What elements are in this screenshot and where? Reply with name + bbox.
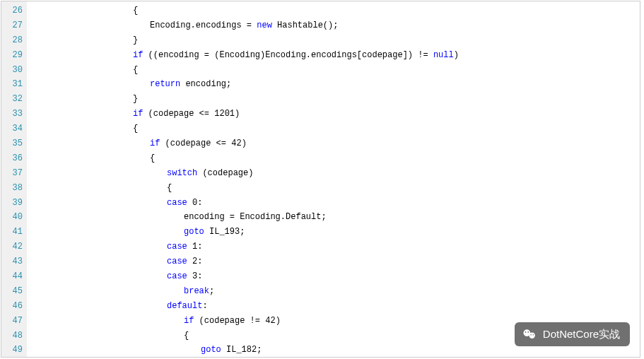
line-number-gutter: 2627282930313233343536373839404142434445…: [1, 1, 27, 357]
code-line: Encoding.encodings = new Hashtable();: [31, 18, 640, 33]
code-line: {: [31, 151, 640, 166]
code-line: if ((encoding = (Encoding)Encoding.encod…: [31, 48, 640, 63]
code-line: if (codepage <= 1201): [31, 107, 640, 122]
code-content: {Encoding.encodings = new Hashtable();}i…: [27, 1, 640, 357]
code-line: if (codepage <= 42): [31, 136, 640, 151]
line-number: 34: [8, 122, 23, 136]
code-line: case 1:: [31, 240, 640, 254]
code-line: }: [31, 33, 640, 48]
line-number: 29: [8, 48, 23, 63]
line-number: 33: [8, 107, 23, 122]
code-line: goto IL_193;: [31, 225, 640, 240]
code-line: default:: [31, 299, 640, 314]
code-line: {: [31, 63, 640, 78]
line-number: 35: [8, 136, 23, 151]
code-line: {: [31, 122, 640, 136]
code-line: if (codepage != 42): [31, 314, 640, 329]
line-number: 48: [8, 329, 23, 343]
code-line: }: [31, 92, 640, 107]
line-number: 47: [8, 314, 23, 329]
line-number: 27: [8, 18, 23, 33]
line-number: 28: [8, 33, 23, 48]
line-number: 44: [8, 269, 23, 284]
line-number: 36: [8, 151, 23, 166]
code-line: {: [31, 329, 640, 343]
code-line: return encoding;: [31, 77, 640, 92]
code-line: case 0:: [31, 196, 640, 211]
line-number: 46: [8, 299, 23, 314]
line-number: 40: [8, 210, 23, 225]
line-number: 42: [8, 240, 23, 254]
code-line: break;: [31, 284, 640, 299]
code-line: case 3:: [31, 269, 640, 284]
line-number: 43: [8, 254, 23, 269]
line-number: 41: [8, 225, 23, 240]
line-number: 26: [8, 4, 23, 18]
line-number: 32: [8, 92, 23, 107]
line-number: 45: [8, 284, 23, 299]
line-number: 30: [8, 63, 23, 78]
code-line: encoding = Encoding.Default;: [31, 210, 640, 225]
code-line: switch (codepage): [31, 166, 640, 181]
line-number: 39: [8, 196, 23, 211]
line-number: 49: [8, 343, 23, 358]
line-number: 31: [8, 77, 23, 92]
code-line: {: [31, 4, 640, 18]
code-line: case 2:: [31, 254, 640, 269]
line-number: 37: [8, 166, 23, 181]
line-number: 38: [8, 181, 23, 196]
code-editor[interactable]: 2627282930313233343536373839404142434445…: [1, 1, 640, 358]
code-line: {: [31, 181, 640, 196]
code-line: goto IL_182;: [31, 343, 640, 358]
